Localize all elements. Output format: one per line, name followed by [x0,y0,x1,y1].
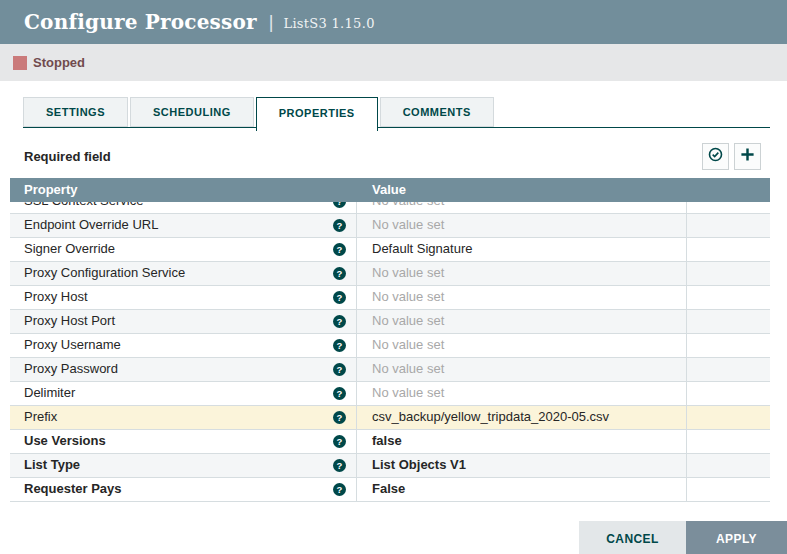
property-value: No value set [372,217,444,232]
property-name: Prefix [24,409,57,424]
property-value: No value set [372,202,444,208]
help-icon[interactable]: ? [333,435,346,448]
property-value-cell[interactable]: No value set [357,310,687,333]
help-icon[interactable]: ? [333,387,346,400]
toolbar-buttons [702,143,761,170]
properties-toolbar: Required field [24,142,761,170]
property-value-cell[interactable]: No value set [357,214,687,237]
property-row[interactable]: Proxy Configuration Service ? No value s… [10,262,770,286]
row-trailing-cell [687,286,770,309]
property-value: Default Signature [372,241,472,256]
property-value-cell[interactable]: No value set [357,358,687,381]
tab-scheduling[interactable]: SCHEDULING [130,97,254,127]
row-trailing-cell [687,262,770,285]
tab-comments-label: COMMENTS [403,106,471,118]
help-icon[interactable]: ? [333,483,346,496]
property-value: No value set [372,289,444,304]
property-row[interactable]: Use Versions ? false [10,430,770,454]
property-row[interactable]: SSL Context Service ? No value set [10,202,770,214]
property-row[interactable]: List Type ? List Objects V1 [10,454,770,478]
property-row[interactable]: Delimiter ? No value set [10,382,770,406]
property-name-cell: SSL Context Service ? [10,202,357,213]
property-value-cell[interactable]: Default Signature [357,238,687,261]
dialog-header: Configure Processor | ListS3 1.15.0 [0,0,787,44]
property-value: No value set [372,385,444,400]
tab-comments[interactable]: COMMENTS [380,97,494,127]
property-name-cell: Signer Override ? [10,238,357,261]
help-icon[interactable]: ? [333,267,346,280]
property-name-cell: Proxy Username ? [10,334,357,357]
property-name: Signer Override [24,241,115,256]
property-row[interactable]: Proxy Host Port ? No value set [10,310,770,334]
tab-properties[interactable]: PROPERTIES [256,97,378,131]
property-value-cell[interactable]: No value set [357,262,687,285]
required-field-label: Required field [24,149,111,164]
property-name: Endpoint Override URL [24,217,158,232]
property-name: Proxy Configuration Service [24,265,185,280]
property-value: False [372,481,405,496]
property-row[interactable]: Proxy Host ? No value set [10,286,770,310]
help-icon[interactable]: ? [333,219,346,232]
property-value-cell[interactable]: false [357,430,687,453]
property-value: false [372,433,402,448]
help-icon[interactable]: ? [333,459,346,472]
property-row[interactable]: Proxy Password ? No value set [10,358,770,382]
tab-underline [23,127,770,128]
property-value-cell[interactable]: No value set [357,286,687,309]
property-value-cell[interactable]: False [357,478,687,501]
property-value-cell[interactable]: No value set [357,202,687,213]
row-trailing-cell [687,358,770,381]
property-name: Proxy Host Port [24,313,115,328]
property-value: csv_backup/yellow_tripdata_2020-05.csv [372,409,609,424]
property-row[interactable]: Prefix ? csv_backup/yellow_tripdata_2020… [10,406,770,430]
help-icon[interactable]: ? [333,243,346,256]
property-row[interactable]: Requester Pays ? False [10,478,770,502]
stopped-status-icon [13,56,27,70]
property-value: No value set [372,337,444,352]
property-row[interactable]: Endpoint Override URL ? No value set [10,214,770,238]
properties-table: Property Value SSL Context Service ? No … [10,178,770,502]
property-value-cell[interactable]: List Objects V1 [357,454,687,477]
status-bar: Stopped [0,44,787,81]
property-name: Use Versions [24,433,106,448]
property-name: List Type [24,457,80,472]
tab-settings-label: SETTINGS [46,106,105,118]
property-value: No value set [372,361,444,376]
property-value-cell[interactable]: csv_backup/yellow_tripdata_2020-05.csv [357,406,687,429]
dialog-footer: CANCEL APPLY [0,521,787,554]
status-label: Stopped [33,55,85,70]
property-value: No value set [372,265,444,280]
processor-name-version: ListS3 1.15.0 [283,16,374,31]
property-name-cell: Requester Pays ? [10,478,357,501]
row-trailing-cell [687,406,770,429]
help-icon[interactable]: ? [333,202,346,208]
property-name-cell: Endpoint Override URL ? [10,214,357,237]
property-name-cell: Prefix ? [10,406,357,429]
row-trailing-cell [687,430,770,453]
property-name: Proxy Password [24,361,118,376]
property-name-cell: Delimiter ? [10,382,357,405]
property-row[interactable]: Signer Override ? Default Signature [10,238,770,262]
property-name-cell: Proxy Host Port ? [10,310,357,333]
row-trailing-cell [687,382,770,405]
property-name-cell: List Type ? [10,454,357,477]
help-icon[interactable]: ? [333,291,346,304]
title-separator: | [269,12,274,33]
apply-button[interactable]: APPLY [686,521,787,554]
row-trailing-cell [687,202,770,213]
new-property-button[interactable] [734,143,761,170]
tab-settings[interactable]: SETTINGS [23,97,128,127]
help-icon[interactable]: ? [333,339,346,352]
tab-bar: SETTINGS SCHEDULING PROPERTIES COMMENTS [0,97,787,131]
cancel-button[interactable]: CANCEL [579,521,686,554]
help-icon[interactable]: ? [333,411,346,424]
property-column-header: Property [10,178,357,202]
property-name: Proxy Host [24,289,88,304]
property-value-cell[interactable]: No value set [357,334,687,357]
property-row[interactable]: Proxy Username ? No value set [10,334,770,358]
help-icon[interactable]: ? [333,315,346,328]
help-icon[interactable]: ? [333,363,346,376]
row-trailing-cell [687,334,770,357]
property-value-cell[interactable]: No value set [357,382,687,405]
verify-properties-button[interactable] [702,143,729,170]
